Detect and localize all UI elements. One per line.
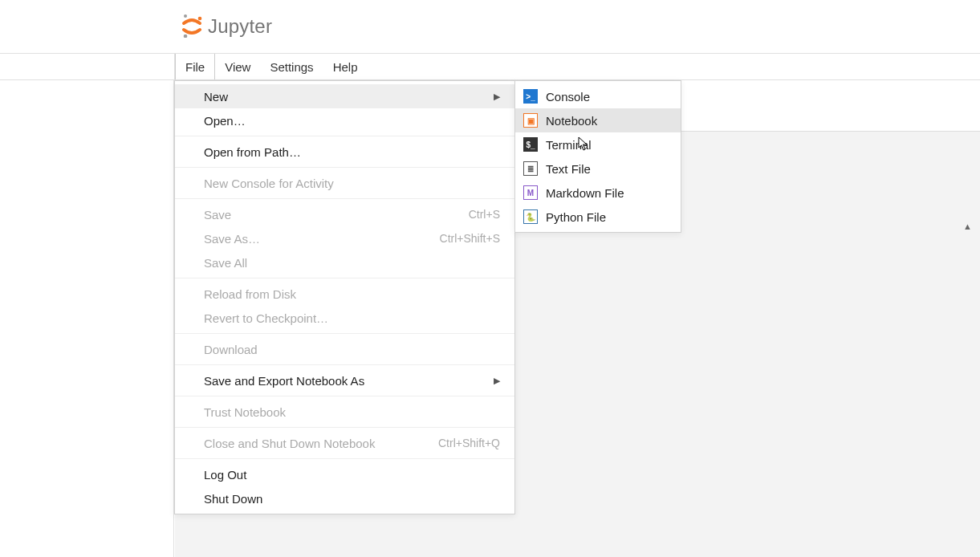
markdown-icon: M [523, 185, 538, 200]
file-menu-item-label: Open from Path… [204, 145, 301, 159]
file-menu-item-label: Save and Export Notebook As [204, 374, 364, 388]
file-menu-item-label: Revert to Checkpoint… [204, 311, 328, 325]
file-menu-item-label: Open… [204, 114, 246, 128]
left-sidebar [0, 80, 174, 557]
file-menu-item: Trust Notebook [175, 400, 514, 424]
file-menu-item-label: Save All [204, 256, 247, 270]
new-submenu-item-label: Python File [546, 210, 606, 224]
new-submenu-item-label: Console [546, 90, 590, 104]
file-menu-item[interactable]: Log Out [175, 462, 514, 486]
menu-file[interactable]: File [175, 54, 215, 79]
submenu-caret-icon: ▶ [494, 91, 500, 102]
file-menu-item[interactable]: Open… [175, 108, 514, 132]
file-menu-item-label: Download [204, 343, 258, 356]
file-menu-item-label: Shut Down [204, 492, 262, 506]
file-new-submenu: >_Console▣Notebook$_Terminal≣Text FileMM… [514, 80, 681, 233]
file-menu-item: New Console for Activity [175, 171, 514, 195]
file-menu-item[interactable]: Save and Export Notebook As▶ [175, 368, 514, 392]
file-menu-item: Save As…Ctrl+Shift+S [175, 226, 514, 250]
menubar: FileViewSettingsHelp [0, 54, 980, 80]
file-menu-item[interactable]: Open from Path… [175, 140, 514, 164]
file-menu-item-label: Save As… [204, 232, 260, 246]
menu-settings[interactable]: Settings [260, 54, 323, 79]
file-menu-item: Revert to Checkpoint… [175, 306, 514, 330]
file-menu-item: Close and Shut Down NotebookCtrl+Shift+Q [175, 431, 514, 455]
jupyter-logo-text: Jupyter [208, 15, 272, 38]
new-submenu-item-label: Notebook [546, 114, 597, 128]
new-submenu-item-label: Markdown File [546, 186, 624, 200]
menu-help[interactable]: Help [323, 54, 368, 79]
file-menu-item: Reload from Disk [175, 282, 514, 306]
file-menu-item-label: Close and Shut Down Notebook [204, 437, 375, 450]
file-menu-item: SaveCtrl+S [175, 202, 514, 226]
svg-point-1 [198, 16, 202, 20]
file-menu-item-label: Log Out [204, 468, 246, 482]
file-menu-item: Download [175, 337, 514, 361]
svg-point-2 [184, 34, 188, 37]
new-submenu-item[interactable]: 🐍Python File [515, 205, 681, 229]
new-submenu-item-label: Text File [546, 162, 591, 176]
file-menu-item-label: Trust Notebook [204, 405, 286, 419]
file-menu-item: Save All [175, 250, 514, 274]
textfile-icon: ≣ [523, 161, 538, 176]
file-menu-dropdown: New▶Open…Open from Path…New Console for … [174, 80, 515, 514]
new-submenu-item[interactable]: >_Console [515, 84, 681, 108]
python-icon: 🐍 [523, 209, 538, 224]
file-menu-item-label: New Console for Activity [204, 177, 334, 190]
terminal-icon: $_ [523, 137, 538, 152]
new-submenu-item-label: Terminal [546, 138, 592, 152]
app-header: Jupyter [0, 0, 980, 54]
notebook-icon: ▣ [523, 113, 538, 128]
file-menu-item-label: Reload from Disk [204, 287, 296, 301]
file-menu-item[interactable]: Shut Down [175, 486, 514, 510]
svg-point-0 [184, 14, 187, 18]
new-submenu-item[interactable]: MMarkdown File [515, 181, 681, 205]
collapse-caret-icon[interactable]: ▲ [963, 222, 972, 231]
new-submenu-item[interactable]: $_Terminal [515, 132, 681, 157]
jupyter-logo[interactable]: Jupyter [181, 14, 272, 40]
submenu-caret-icon: ▶ [494, 376, 500, 386]
new-submenu-item[interactable]: ≣Text File [515, 157, 681, 181]
file-menu-item-label: New [204, 90, 228, 104]
console-icon: >_ [523, 89, 538, 104]
file-menu-item-label: Save [204, 208, 231, 222]
menu-shortcut: Ctrl+S [469, 208, 500, 221]
new-submenu-item[interactable]: ▣Notebook [515, 108, 681, 132]
menu-shortcut: Ctrl+Shift+Q [438, 437, 500, 449]
file-menu-item[interactable]: New▶ [175, 84, 514, 108]
menu-view[interactable]: View [215, 54, 260, 79]
menu-shortcut: Ctrl+Shift+S [440, 232, 500, 245]
jupyter-logo-icon [181, 14, 203, 40]
